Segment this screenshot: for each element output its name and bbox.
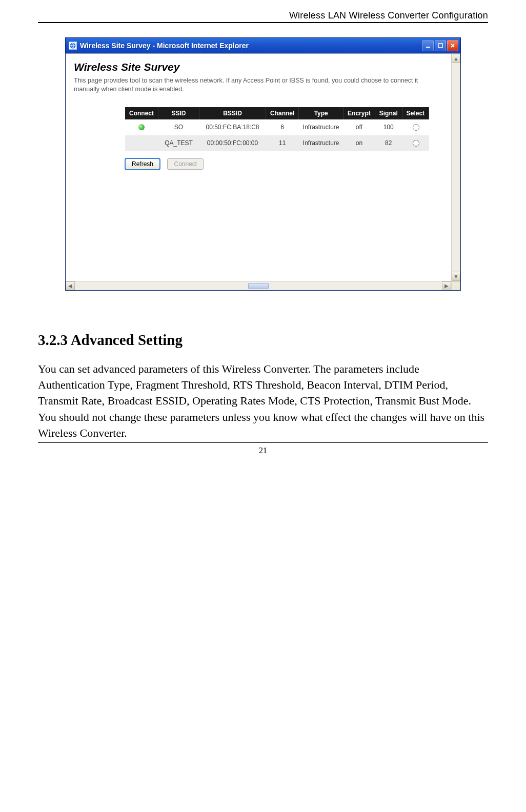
page-number: 21 bbox=[0, 442, 526, 455]
window-title: Wireless Site Survey - Microsoft Interne… bbox=[80, 42, 249, 50]
connect-button[interactable]: Connect bbox=[167, 158, 204, 170]
cell-ssid: QA_TEST bbox=[158, 135, 199, 151]
col-ssid: SSID bbox=[158, 107, 199, 119]
cell-signal: 100 bbox=[375, 119, 402, 135]
svg-rect-2 bbox=[438, 44, 442, 48]
select-radio[interactable] bbox=[413, 124, 419, 131]
maximize-button[interactable] bbox=[435, 40, 446, 51]
col-encrypt: Encrypt bbox=[343, 107, 375, 119]
scroll-left-icon[interactable]: ◀ bbox=[66, 281, 75, 290]
page-title: Wireless Site Survey bbox=[74, 61, 443, 73]
close-button[interactable] bbox=[447, 40, 458, 51]
minimize-button[interactable] bbox=[422, 40, 434, 51]
cell-channel: 6 bbox=[266, 119, 299, 135]
page-description: This page provides tool to scan the wire… bbox=[74, 76, 422, 94]
scroll-up-icon[interactable]: ▲ bbox=[452, 54, 460, 63]
scroll-thumb[interactable] bbox=[248, 283, 269, 289]
col-bssid: BSSID bbox=[199, 107, 266, 119]
svg-rect-1 bbox=[426, 47, 430, 48]
cell-bssid: 00:50:FC:BA:18:C8 bbox=[199, 119, 266, 135]
cell-signal: 82 bbox=[375, 135, 402, 151]
cell-type: Infrastructure bbox=[299, 135, 343, 151]
body-paragraph: You can set advanced parameters of this … bbox=[38, 361, 488, 441]
refresh-button[interactable]: Refresh bbox=[125, 158, 160, 170]
col-signal: Signal bbox=[375, 107, 402, 119]
col-type: Type bbox=[299, 107, 343, 119]
horizontal-scrollbar[interactable]: ◀ ▶ bbox=[66, 281, 460, 290]
scroll-right-icon[interactable]: ▶ bbox=[442, 281, 451, 290]
table-row: SO 00:50:FC:BA:18:C8 6 Infrastructure of… bbox=[125, 119, 429, 135]
cell-ssid: SO bbox=[158, 119, 199, 135]
table-row: QA_TEST 00:00:50:FC:00:00 11 Infrastruct… bbox=[125, 135, 429, 151]
section-heading: 3.2.3 Advanced Setting bbox=[38, 332, 488, 349]
col-select: Select bbox=[402, 107, 429, 119]
window-titlebar: Wireless Site Survey - Microsoft Interne… bbox=[66, 38, 460, 53]
vertical-scrollbar[interactable]: ▲ ▼ bbox=[451, 54, 460, 281]
cell-encrypt: off bbox=[343, 119, 375, 135]
cell-bssid: 00:00:50:FC:00:00 bbox=[199, 135, 266, 151]
survey-table: Connect SSID BSSID Channel Type Encrypt … bbox=[125, 107, 429, 151]
scroll-down-icon[interactable]: ▼ bbox=[452, 272, 460, 281]
cell-channel: 11 bbox=[266, 135, 299, 151]
connected-icon bbox=[138, 124, 145, 130]
col-channel: Channel bbox=[266, 107, 299, 119]
cell-encrypt: on bbox=[343, 135, 375, 151]
col-connect: Connect bbox=[125, 107, 158, 119]
select-radio[interactable] bbox=[413, 140, 419, 147]
ie-icon bbox=[69, 42, 77, 50]
running-header: Wireless LAN Wireless Converter Configur… bbox=[38, 10, 488, 23]
browser-window: Wireless Site Survey - Microsoft Interne… bbox=[65, 37, 461, 291]
cell-type: Infrastructure bbox=[299, 119, 343, 135]
